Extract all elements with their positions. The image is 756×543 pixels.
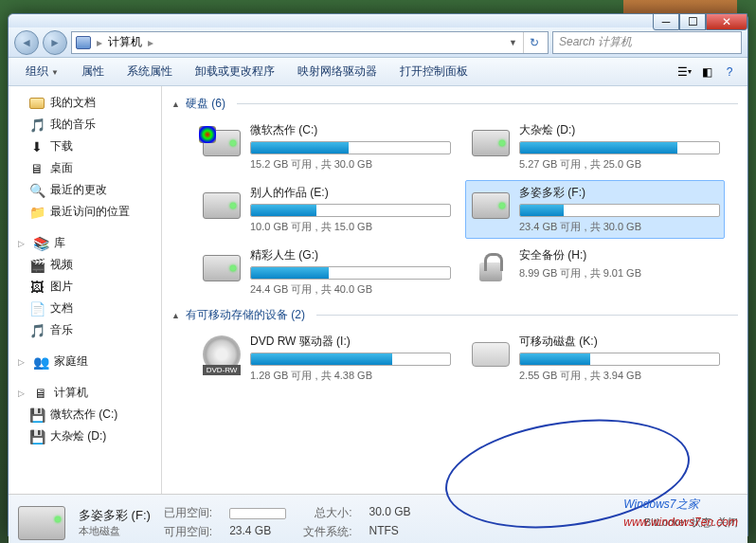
nav-bar: ◄ ► ▸ 计算机 ▸ ▼ ↻ Search 计算机 [9,27,747,58]
sidebar-item[interactable]: 🎵我的音乐 [9,114,161,136]
control-panel-button[interactable]: 打开控制面板 [390,60,477,83]
drive-space: 5.27 GB 可用 , 共 25.0 GB [519,157,720,172]
drive-item[interactable]: 微软杰作 (C:)15.2 GB 可用 , 共 30.0 GB [196,118,456,176]
drive-icon [470,247,512,289]
sidebar-item[interactable]: 🔍最近的更改 [9,179,161,201]
forward-button[interactable]: ► [43,30,67,55]
sidebar-computer[interactable]: ▷🖥计算机 [9,382,161,404]
drive-icon [18,506,65,540]
drive-name: 别人的作品 (E:) [250,185,451,201]
sidebar-item[interactable]: 🖥桌面 [9,157,161,179]
drive-icon [470,122,512,164]
maximize-button[interactable]: ☐ [679,13,706,30]
drive-item[interactable]: 精彩人生 (G:)24.4 GB 可用 , 共 40.0 GB [196,243,456,301]
help-icon[interactable]: ? [719,62,740,82]
address-dropdown-icon[interactable]: ▼ [509,38,517,47]
drive-icon [201,247,243,289]
address-bar[interactable]: ▸ 计算机 ▸ ▼ ↻ [71,31,549,54]
group-hdd[interactable]: ▲硬盘 (6) [171,90,738,118]
view-options-icon[interactable]: ☰▾ [674,62,694,82]
breadcrumb-location[interactable]: 计算机 [108,34,142,50]
refresh-button[interactable]: ↻ [523,32,544,53]
system-properties-button[interactable]: 系统属性 [117,60,182,83]
sidebar-homegroup[interactable]: ▷👥家庭组 [9,351,161,372]
drive-name: 可移动磁盘 (K:) [519,334,720,350]
drive-name: 大杂烩 (D:) [519,122,720,138]
toolbar: 组织▼ 属性 系统属性 卸载或更改程序 映射网络驱动器 打开控制面板 ☰▾ ◧ … [9,58,747,86]
drive-item[interactable]: 安全备份 (H:)8.99 GB 可用 , 共 9.01 GB [465,243,725,301]
drive-space: 10.0 GB 可用 , 共 15.0 GB [250,220,451,234]
drive-icon [201,185,243,226]
properties-button[interactable]: 属性 [72,60,114,83]
drive-item[interactable]: 别人的作品 (E:)10.0 GB 可用 , 共 15.0 GB [196,180,456,239]
uninstall-button[interactable]: 卸载或更改程序 [186,60,284,83]
breadcrumb-sep-icon: ▸ [148,36,153,49]
organize-button[interactable]: 组织▼ [16,60,68,83]
map-network-button[interactable]: 映射网络驱动器 [288,60,387,83]
back-button[interactable]: ◄ [14,30,39,55]
sidebar-item[interactable]: 💾微软杰作 (C:) [9,404,161,425]
sidebar-libraries[interactable]: ▷📚库 [9,232,161,254]
drive-name: 微软杰作 (C:) [250,122,451,138]
sidebar-item[interactable]: 💾大杂烩 (D:) [9,425,161,447]
sidebar-item[interactable]: 📄文档 [9,298,161,319]
sidebar-item[interactable]: 🎬视频 [9,254,161,276]
computer-icon [76,36,91,49]
sidebar-item[interactable]: 🎵音乐 [9,319,161,341]
drive-item[interactable]: 多姿多彩 (F:)23.4 GB 可用 , 共 30.0 GB [465,180,725,239]
watermark: Windows7之家 www.windows7en.com [623,495,738,530]
drive-space: 1.28 GB 可用 , 共 4.38 GB [250,369,451,383]
preview-pane-icon[interactable]: ◧ [696,62,717,82]
drive-space: 24.4 GB 可用 , 共 40.0 GB [250,282,451,297]
search-input[interactable]: Search 计算机 [552,31,742,54]
drive-name: 安全备份 (H:) [519,247,720,263]
drive-name: 多姿多彩 (F:) [519,185,720,201]
drive-icon [201,122,243,164]
group-removable[interactable]: ▲有可移动存储的设备 (2) [171,301,738,329]
drive-item[interactable]: 可移动磁盘 (K:)2.55 GB 可用 , 共 3.94 GB [465,329,725,388]
close-button[interactable]: ✕ [706,13,747,30]
drive-space: 15.2 GB 可用 , 共 30.0 GB [250,157,451,172]
drive-item[interactable]: DVD RW 驱动器 (I:)1.28 GB 可用 , 共 4.38 GB [196,329,456,388]
sidebar-item[interactable]: 🖼图片 [9,276,161,298]
main-pane: ▲硬盘 (6) 微软杰作 (C:)15.2 GB 可用 , 共 30.0 GB大… [162,86,747,494]
sidebar-item[interactable]: ⬇下载 [9,136,161,157]
drive-name: DVD RW 驱动器 (I:) [250,334,451,350]
drive-icon [470,185,512,226]
details-name: 多姿多彩 (F:) [79,507,151,524]
titlebar[interactable]: ─ ☐ ✕ [9,14,747,27]
breadcrumb-sep-icon: ▸ [97,36,102,49]
drive-icon [470,334,512,375]
drive-space: 8.99 GB 可用 , 共 9.01 GB [519,266,720,281]
drive-name: 精彩人生 (G:) [250,247,451,263]
details-type: 本地磁盘 [79,524,151,538]
sidebar-item[interactable]: 📁最近访问的位置 [9,201,161,223]
drive-space: 2.55 GB 可用 , 共 3.94 GB [519,369,720,383]
drive-icon [201,334,243,375]
drive-item[interactable]: 大杂烩 (D:)5.27 GB 可用 , 共 25.0 GB [465,118,725,176]
sidebar: 我的文档🎵我的音乐⬇下载🖥桌面🔍最近的更改📁最近访问的位置 ▷📚库 🎬视频🖼图片… [9,86,162,494]
drive-space: 23.4 GB 可用 , 共 30.0 GB [519,220,720,234]
sidebar-item[interactable]: 我的文档 [9,92,161,114]
minimize-button[interactable]: ─ [653,13,679,30]
explorer-window: ─ ☐ ✕ ◄ ► ▸ 计算机 ▸ ▼ ↻ Search 计算机 组织▼ 属性 … [8,13,748,536]
